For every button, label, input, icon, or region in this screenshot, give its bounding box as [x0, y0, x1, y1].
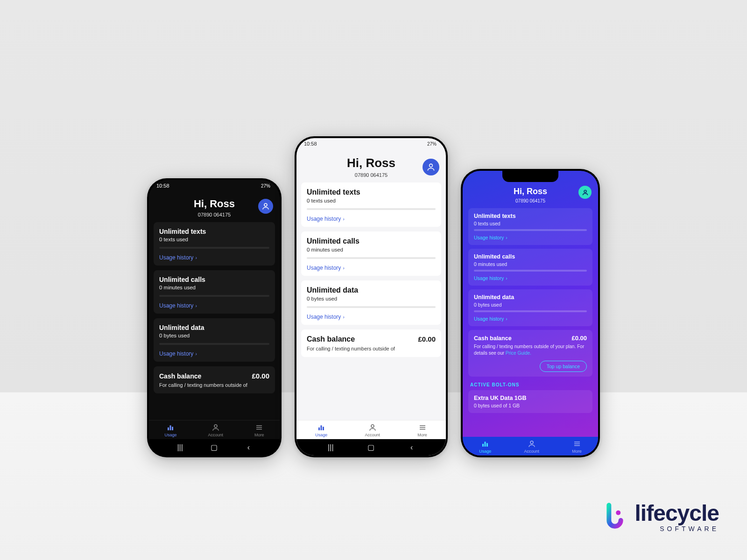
tab-more[interactable]: More — [417, 423, 427, 437]
tab-more[interactable]: More — [254, 423, 264, 437]
usage-history-link[interactable]: Usage history › — [159, 254, 269, 261]
profile-icon — [368, 423, 377, 432]
home-key[interactable]: ▢ — [205, 443, 224, 452]
back-key[interactable]: ‹ — [239, 443, 258, 452]
bar-chart-icon — [317, 423, 325, 432]
recents-key[interactable]: ||| — [171, 443, 190, 452]
card-texts: Unlimited texts 0 texts used Usage histo… — [154, 222, 275, 266]
svg-rect-6 — [172, 427, 173, 431]
bar-chart-icon — [166, 423, 175, 432]
app-header: Hi, Ross 07890 064175 — [463, 182, 598, 208]
android-nav-keys: ||| ▢ ‹ — [296, 439, 446, 455]
svg-rect-16 — [321, 426, 322, 431]
svg-point-14 — [430, 164, 433, 167]
usage-history-link[interactable]: Usage history › — [474, 235, 587, 240]
svg-rect-25 — [486, 443, 488, 447]
profile-icon — [528, 440, 536, 448]
usage-history-link[interactable]: Usage history › — [159, 350, 269, 357]
card-balance: Cash balance £0.00 For calling / texting… — [301, 329, 441, 357]
status-bar: 10:58 27% — [149, 180, 280, 190]
svg-rect-24 — [485, 442, 486, 447]
chevron-right-icon: › — [195, 303, 197, 308]
tab-account[interactable]: Account — [208, 423, 223, 437]
chevron-right-icon: › — [343, 266, 344, 271]
tab-account[interactable]: Account — [365, 423, 380, 437]
active-boltons-label: ACTIVE BOLT-ONS — [470, 382, 591, 387]
app-header: Hi, Ross 07890 064175 — [149, 190, 280, 222]
profile-button[interactable] — [258, 199, 273, 214]
card-balance: Cash balance £0.00 For calling / texting… — [468, 330, 592, 377]
svg-rect-4 — [168, 427, 169, 430]
profile-icon — [426, 162, 436, 172]
battery-level: 27% — [261, 183, 270, 189]
bar-chart-icon — [481, 440, 489, 448]
usage-history-link[interactable]: Usage history › — [474, 316, 587, 322]
card-texts: Unlimited texts 0 texts used Usage histo… — [468, 208, 592, 245]
card-bolton: Extra UK Data 1GB 0 bytes used of 1 GB — [468, 390, 592, 413]
android-nav-keys: ||| ▢ ‹ — [149, 439, 280, 455]
profile-button[interactable] — [423, 159, 439, 175]
progress-bar — [159, 247, 269, 249]
status-time: 10:58 — [156, 183, 169, 189]
chevron-right-icon: › — [506, 276, 507, 281]
card-data: Unlimited data 0 bytes used Usage histor… — [301, 280, 441, 325]
card-title: Unlimited texts — [159, 228, 269, 235]
usage-history-link[interactable]: Usage history › — [159, 302, 269, 309]
bottom-tabs: Usage Account More — [296, 420, 446, 439]
tab-usage[interactable]: Usage — [479, 440, 491, 454]
phone-dark: 10:58 27% Hi, R — [147, 178, 282, 457]
chevron-right-icon: › — [195, 255, 197, 260]
phone-notch — [502, 171, 558, 182]
phone-light: 10:58 27% Hi, Ross 07890 064175 — [295, 136, 448, 457]
profile-button[interactable] — [578, 186, 592, 199]
chevron-right-icon: › — [343, 217, 344, 222]
tab-more[interactable]: More — [572, 440, 582, 454]
svg-point-18 — [371, 425, 374, 427]
phone-mockup-scene: 10:58 27% Hi, R — [0, 0, 747, 560]
bottom-tabs: Usage Account More — [149, 420, 280, 439]
chevron-right-icon: › — [506, 316, 507, 322]
chevron-right-icon: › — [506, 235, 507, 240]
profile-icon — [211, 423, 220, 432]
svg-point-30 — [616, 511, 620, 515]
home-key[interactable]: ▢ — [362, 443, 381, 452]
usage-history-link[interactable]: Usage history › — [474, 275, 587, 281]
brand-name: lifecycle — [635, 502, 719, 525]
svg-point-22 — [584, 190, 586, 192]
tab-account[interactable]: Account — [524, 440, 539, 454]
recents-key[interactable]: ||| — [321, 443, 340, 452]
bottom-tabs: Usage Account More — [463, 437, 598, 455]
svg-point-3 — [264, 203, 267, 206]
brand-tagline: SOFTWARE — [660, 525, 719, 532]
card-calls: Unlimited calls 0 minutes used Usage his… — [468, 249, 592, 286]
card-sub: 0 texts used — [159, 237, 269, 242]
chevron-right-icon: › — [343, 315, 344, 320]
app-header: Hi, Ross 07890 064175 — [296, 148, 446, 182]
tab-usage[interactable]: Usage — [315, 423, 327, 437]
profile-icon — [261, 202, 270, 210]
balance-amount: £0.00 — [252, 372, 269, 380]
topup-button[interactable]: Top up balance — [540, 361, 587, 372]
svg-rect-23 — [482, 444, 484, 447]
svg-rect-15 — [318, 427, 320, 430]
menu-icon — [573, 440, 581, 448]
svg-rect-17 — [323, 427, 324, 431]
usage-history-link[interactable]: Usage history › — [307, 216, 436, 222]
profile-icon — [582, 189, 589, 196]
chevron-right-icon: › — [195, 351, 197, 357]
card-data: Unlimited data 0 bytes used Usage histor… — [154, 318, 275, 362]
menu-icon — [418, 423, 427, 432]
card-texts: Unlimited texts 0 texts used Usage histo… — [301, 182, 441, 227]
price-guide-link[interactable]: Price Guide. — [506, 350, 531, 356]
tab-usage[interactable]: Usage — [164, 423, 176, 437]
brand-mark-icon — [601, 503, 628, 532]
menu-icon — [255, 423, 263, 432]
card-balance: Cash balance £0.00 For calling / texting… — [154, 366, 275, 393]
usage-history-link[interactable]: Usage history › — [307, 265, 436, 271]
svg-rect-5 — [170, 426, 171, 431]
phone-gradient: Hi, Ross 07890 064175 Unlimited texts 0 … — [461, 169, 600, 457]
back-key[interactable]: ‹ — [402, 443, 421, 452]
usage-history-link[interactable]: Usage history › — [307, 314, 436, 320]
card-calls: Unlimited calls 0 minutes used Usage his… — [301, 231, 441, 276]
card-calls: Unlimited calls 0 minutes used Usage his… — [154, 270, 275, 314]
